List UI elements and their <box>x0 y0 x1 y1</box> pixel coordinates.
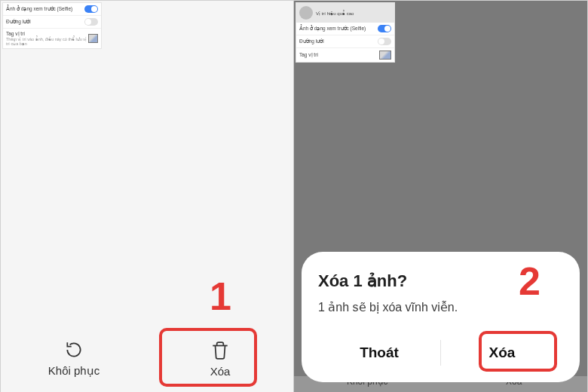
settings-mini-panel: Ảnh ở dạng xem trước (Selfie) Đường lưới… <box>2 2 102 49</box>
tutorial-two-step: Ảnh ở dạng xem trước (Selfie) Đường lưới… <box>0 0 588 392</box>
setting-grid-lines: Đường lưới <box>296 35 394 48</box>
setting-sublabel: Thêm vị trí vào ảnh, điều này có thể lưu… <box>6 37 88 46</box>
trash-icon <box>210 341 230 360</box>
restore-button[interactable]: Khôi phục <box>1 325 147 392</box>
toggle-icon[interactable] <box>84 5 98 13</box>
setting-label: Đường lưới <box>6 19 31 25</box>
delete-label: Xóa <box>210 365 231 378</box>
toggle-icon[interactable] <box>84 18 98 26</box>
bottom-action-bar: Khôi phục Xóa <box>1 325 293 392</box>
toggle-icon <box>378 38 391 45</box>
restore-icon <box>64 340 84 360</box>
setting-label: Tag vị trí <box>6 31 25 36</box>
dialog-cancel-button[interactable]: Thoát <box>318 337 440 369</box>
mini-header-label: Vị trí hiệu quả cao <box>316 11 354 16</box>
setting-selfie-preview[interactable]: Ảnh ở dạng xem trước (Selfie) <box>3 3 101 16</box>
setting-label: Đường lưới <box>299 38 324 44</box>
photo-thumb-icon <box>379 51 391 60</box>
setting-tag-location: Tag vị trí <box>296 48 394 62</box>
setting-label: Tag vị trí <box>299 52 318 58</box>
setting-grid-lines[interactable]: Đường lưới <box>3 16 101 29</box>
restore-label: Khôi phục <box>48 364 100 378</box>
delete-button[interactable]: Xóa <box>147 325 293 392</box>
mini-header: Vị trí hiệu quả cao <box>296 3 394 23</box>
setting-tag-location[interactable]: Tag vị trí Thêm vị trí vào ảnh, điều này… <box>3 29 101 48</box>
dialog-button-row: Thoát Xóa <box>318 337 563 369</box>
settings-mini-panel-bg: Vị trí hiệu quả cao Ảnh ở dạng xem trước… <box>296 2 395 63</box>
setting-label: Ảnh ở dạng xem trước (Selfie) <box>6 6 72 12</box>
avatar-icon <box>299 6 313 20</box>
setting-selfie-preview: Ảnh ở dạng xem trước (Selfie) <box>296 23 394 35</box>
toggle-icon <box>378 25 391 32</box>
step-number-2: 2 <box>519 259 541 304</box>
step-number-1: 1 <box>210 274 231 319</box>
pane-step-2: Vị trí hiệu quả cao Ảnh ở dạng xem trước… <box>294 1 587 392</box>
photo-thumb-icon <box>88 34 98 43</box>
setting-label: Ảnh ở dạng xem trước (Selfie) <box>299 26 366 32</box>
dialog-confirm-button[interactable]: Xóa <box>441 337 563 369</box>
pane-step-1: Ảnh ở dạng xem trước (Selfie) Đường lưới… <box>1 1 294 392</box>
